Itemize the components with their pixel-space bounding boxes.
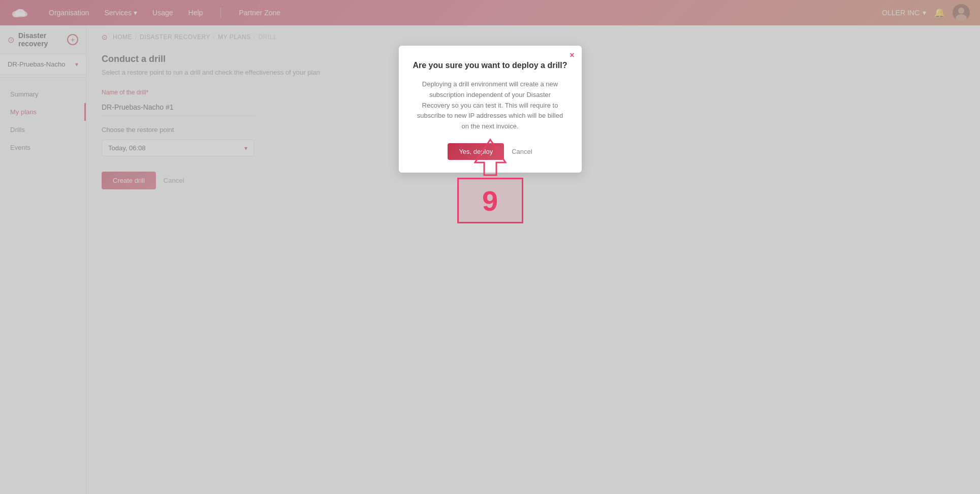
modal-body: Deploying a drill environment will creat… (412, 79, 569, 132)
annotation: 9 (457, 137, 523, 223)
modal-close-button[interactable]: × (570, 51, 574, 60)
modal-title: Are you sure you want to deploy a drill? (412, 61, 569, 70)
annotation-box: 9 (457, 178, 523, 223)
annotation-number: 9 (482, 184, 498, 217)
svg-marker-7 (475, 140, 505, 175)
annotation-arrow-svg (465, 137, 516, 178)
